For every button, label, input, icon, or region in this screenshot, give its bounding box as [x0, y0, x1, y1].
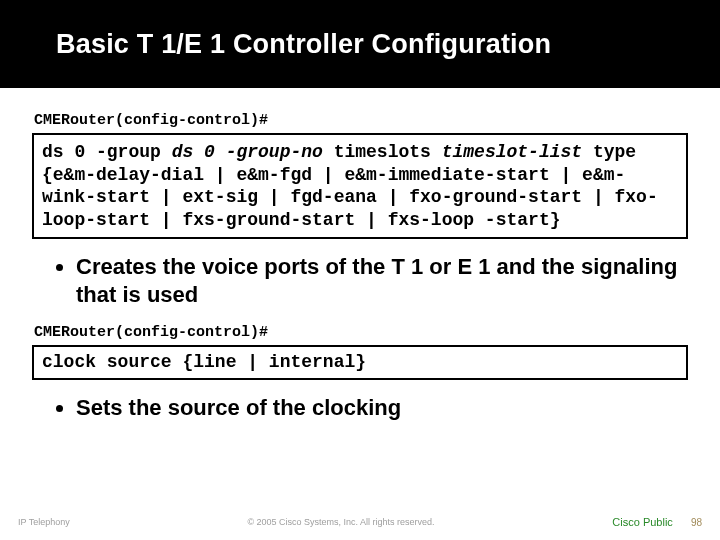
code1-param2: timeslot-list — [442, 142, 582, 162]
bullet-list-1: Creates the voice ports of the T 1 or E … — [76, 253, 692, 308]
bullet-list-2: Sets the source of the clocking — [76, 394, 692, 422]
cli-prompt-1: CMERouter(config-control)# — [34, 112, 692, 129]
title-band: Basic T 1/E 1 Controller Configuration — [0, 0, 720, 88]
bullet-1: Creates the voice ports of the T 1 or E … — [76, 253, 692, 308]
footer-left: IP Telephony — [18, 517, 70, 527]
page-title: Basic T 1/E 1 Controller Configuration — [56, 29, 551, 60]
footer-public: Cisco Public — [612, 516, 673, 528]
code-box-2: clock source {line | internal} — [32, 345, 688, 380]
slide: Basic T 1/E 1 Controller Configuration C… — [0, 0, 720, 540]
content-area: CMERouter(config-control)# ds 0 -group d… — [0, 88, 720, 421]
code1-mid: timeslots — [323, 142, 442, 162]
footer-copyright: © 2005 Cisco Systems, Inc. All rights re… — [70, 517, 613, 527]
code-box-1: ds 0 -group ds 0 -group-no timeslots tim… — [32, 133, 688, 239]
cli-prompt-2: CMERouter(config-control)# — [34, 324, 692, 341]
code1-cmd-prefix: ds 0 -group — [42, 142, 172, 162]
bullet-2: Sets the source of the clocking — [76, 394, 692, 422]
code1-param1: ds 0 -group-no — [172, 142, 323, 162]
footer-page-number: 98 — [691, 517, 702, 528]
footer: IP Telephony © 2005 Cisco Systems, Inc. … — [0, 516, 720, 528]
